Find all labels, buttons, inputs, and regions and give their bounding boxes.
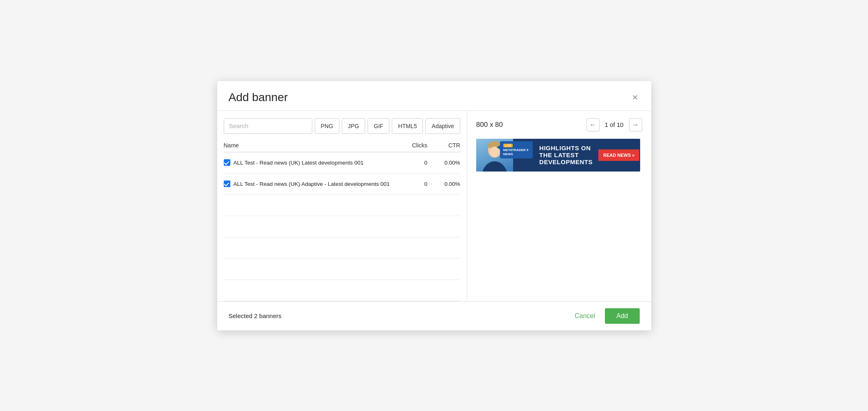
table-row: ALL Test - Read news (UK) Latest develop… xyxy=(224,152,460,174)
banner-text-area: HIGHLIGHTS ON THE LATEST DEVELOPMENTS xyxy=(534,145,598,165)
add-banner-dialog: Add banner × PNG JPG GIF HTML5 Adaptive … xyxy=(217,81,651,330)
add-button[interactable]: Add xyxy=(605,308,639,324)
filter-png-button[interactable]: PNG xyxy=(315,118,339,134)
row-1-clicks: 0 xyxy=(395,160,427,166)
row-1-name: ALL Test - Read news (UK) Latest develop… xyxy=(224,159,395,166)
banner-cta: READ NEWS » xyxy=(598,149,639,161)
empty-row xyxy=(224,280,460,301)
filter-jpg-button[interactable]: JPG xyxy=(342,118,365,134)
left-panel: PNG JPG GIF HTML5 Adaptive Name Clicks C… xyxy=(217,111,467,301)
selected-count-label: Selected 2 banners xyxy=(229,312,282,319)
footer-actions: Cancel Add xyxy=(570,308,639,324)
right-panel: 800 x 80 ← 1 of 10 → xyxy=(467,111,651,301)
row-2-checkbox[interactable] xyxy=(224,181,230,187)
banner-main-text: HIGHLIGHTS ON THE LATEST DEVELOPMENTS xyxy=(539,145,593,165)
next-page-button[interactable]: → xyxy=(629,118,642,131)
filter-row: PNG JPG GIF HTML5 Adaptive xyxy=(224,118,460,134)
col-clicks-header: Clicks xyxy=(395,142,427,149)
table-rows: ALL Test - Read news (UK) Latest develop… xyxy=(224,152,460,301)
table-header: Name Clicks CTR xyxy=(224,140,460,152)
row-2-clicks: 0 xyxy=(395,181,427,187)
filter-gif-button[interactable]: GIF xyxy=(368,118,389,134)
banner-preview: LIVE METATRADER 5NEWS HIGHLIGHTS ON THE … xyxy=(476,139,640,172)
col-ctr-header: CTR xyxy=(427,142,460,149)
table-row: ALL Test - Read news (UK) Adaptive - Lat… xyxy=(224,174,460,195)
banner-size-label: 800 x 80 xyxy=(476,121,503,129)
dialog-header: Add banner × xyxy=(217,81,651,111)
prev-page-button[interactable]: ← xyxy=(586,118,600,131)
close-button[interactable]: × xyxy=(630,91,639,104)
cancel-button[interactable]: Cancel xyxy=(570,309,600,323)
filter-adaptive-button[interactable]: Adaptive xyxy=(425,118,460,134)
search-input[interactable] xyxy=(224,118,312,134)
empty-row xyxy=(224,216,460,237)
row-2-label: ALL Test - Read news (UK) Adaptive - Lat… xyxy=(234,181,390,187)
preview-area: LIVE METATRADER 5NEWS HIGHLIGHTS ON THE … xyxy=(476,139,642,172)
empty-row xyxy=(224,259,460,280)
col-name-header: Name xyxy=(224,142,395,149)
row-1-ctr: 0.00% xyxy=(427,160,460,166)
live-badge: LIVE xyxy=(503,144,513,147)
row-1-checkbox[interactable] xyxy=(224,159,230,166)
row-2-name: ALL Test - Read news (UK) Adaptive - Lat… xyxy=(224,181,395,187)
bubble-tail xyxy=(497,145,500,149)
svg-point-0 xyxy=(482,161,508,172)
cta-label: READ NEWS » xyxy=(603,153,634,158)
dialog-title: Add banner xyxy=(229,91,288,104)
empty-row xyxy=(224,195,460,216)
pagination: ← 1 of 10 → xyxy=(586,118,642,131)
brand-label: METATRADER 5NEWS xyxy=(503,148,529,157)
preview-header: 800 x 80 ← 1 of 10 → xyxy=(476,118,642,131)
dialog-footer: Selected 2 banners Cancel Add xyxy=(217,301,651,330)
dialog-body: PNG JPG GIF HTML5 Adaptive Name Clicks C… xyxy=(217,111,651,301)
speech-bubble: LIVE METATRADER 5NEWS xyxy=(500,141,533,159)
row-2-ctr: 0.00% xyxy=(427,181,460,187)
row-1-label: ALL Test - Read news (UK) Latest develop… xyxy=(234,160,364,166)
empty-row xyxy=(224,237,460,259)
filter-html5-button[interactable]: HTML5 xyxy=(392,118,423,134)
pagination-label: 1 of 10 xyxy=(602,121,627,128)
